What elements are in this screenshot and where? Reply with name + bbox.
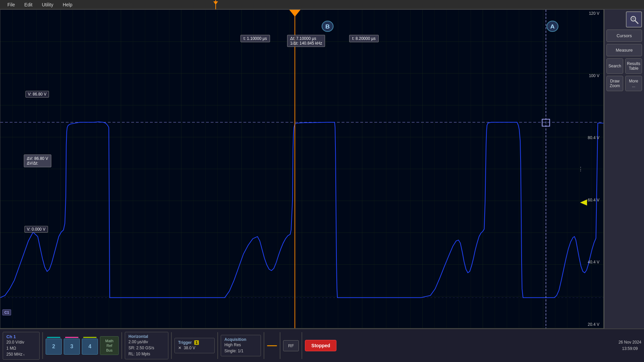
status-bar: Ch 1 20.0 V/div 1 MΩ 250 MHz ₜ 2 3 4 Mat… <box>0 328 644 362</box>
divider-3 <box>171 332 172 359</box>
trigger-title: Trigger 1 <box>178 340 211 345</box>
ch4-button[interactable]: 4 <box>82 339 98 355</box>
acquisition-info[interactable]: Acquisition High Res Single: 1/1 <box>221 335 261 356</box>
cursor-b-time-box: t: 1.10000 µs <box>240 35 270 42</box>
ch2-color-bar <box>47 337 60 338</box>
menu-edit[interactable]: Edit <box>20 1 37 8</box>
waveform-grid[interactable]: B A 120 V 100 V 80.4 V 60.4 V 40.4 V 20.… <box>0 9 604 328</box>
horizontal-info[interactable]: Horizontal 2.00 µs/div SR: 2.50 GS/s RL:… <box>125 332 168 359</box>
draw-more-row: Draw Zoom More ... <box>606 76 642 91</box>
magnifier-icon[interactable] <box>626 11 642 27</box>
horizontal-title: Horizontal <box>128 334 165 339</box>
orange-line-indicator <box>267 345 277 346</box>
divider-6 <box>280 332 280 359</box>
trigger-top-indicator <box>211 0 221 9</box>
measure-button[interactable]: Measure <box>606 44 642 56</box>
menu-utility[interactable]: Utility <box>37 1 58 8</box>
cursor-v-lower: V: 0.000 V <box>24 226 48 233</box>
divider-5 <box>264 332 264 359</box>
divider-2 <box>121 332 122 359</box>
channel-buttons: 2 3 4 MathRefBus <box>46 336 119 355</box>
waveform-svg: B A <box>0 10 603 328</box>
math-ref-bus-button[interactable]: MathRefBus <box>100 336 119 355</box>
cursor-a-time-box: t: 8.20000 µs <box>349 35 379 42</box>
trigger-details: ✕ 38.0 V <box>178 345 211 351</box>
cursor-v-upper: V: 86.80 V <box>25 91 49 98</box>
divider-1 <box>42 332 43 359</box>
stopped-button[interactable]: Stopped <box>305 340 336 351</box>
rf-button[interactable]: RF <box>283 340 299 351</box>
menu-file[interactable]: File <box>3 1 20 8</box>
menu-help[interactable]: Help <box>58 1 77 8</box>
ch4-container: 4 <box>82 337 98 355</box>
svg-text:B: B <box>325 23 330 30</box>
datetime-display: 26 Nov 2024 13:59:09 <box>619 339 641 352</box>
acquisition-details: High Res Single: 1/1 <box>224 342 257 354</box>
ch2-button[interactable]: 2 <box>46 339 62 355</box>
cursor-delta-v-box: ΔV: 86.80 V ΔV/Δt: <box>24 155 51 167</box>
divider-7 <box>302 332 302 359</box>
ch2-container: 2 <box>46 337 62 355</box>
scope-display: B A 120 V 100 V 80.4 V 60.4 V 40.4 V 20.… <box>0 9 604 328</box>
trigger-channel-badge: 1 <box>194 340 199 345</box>
cursors-button[interactable]: Cursors <box>606 29 642 42</box>
svg-marker-1 <box>213 1 218 5</box>
acquisition-title: Acquisition <box>224 337 257 342</box>
three-dots-menu[interactable]: ⋮ <box>578 166 583 172</box>
channel-1-info[interactable]: Ch 1 20.0 V/div 1 MΩ 250 MHz ₜ <box>3 332 40 360</box>
svg-text:A: A <box>550 23 555 30</box>
search-results-row: Search Results Table <box>606 58 642 74</box>
ch4-color-bar <box>83 337 97 338</box>
ch3-color-bar <box>65 337 78 338</box>
more-button[interactable]: More ... <box>625 76 642 91</box>
horizontal-details: 2.00 µs/div SR: 2.50 GS/s RL: 10 Mpts <box>128 339 165 357</box>
channel-1-details: 20.0 V/div 1 MΩ 250 MHz ₜ <box>6 339 36 357</box>
right-panel: Cursors Measure Search Results Table Dra… <box>604 9 644 328</box>
menu-bar: File Edit Utility Help <box>0 0 644 9</box>
ch3-button[interactable]: 3 <box>64 339 80 355</box>
channel-1-badge: C1 <box>2 309 11 315</box>
channel-1-title: Ch 1 <box>6 334 36 339</box>
ch3-container: 3 <box>64 337 80 355</box>
cursor-delta-box: Δt: 7.10000 µs 1/Δt: 140.845 kHz <box>287 35 325 47</box>
main-layout: B A 120 V 100 V 80.4 V 60.4 V 40.4 V 20.… <box>0 9 644 328</box>
trigger-info[interactable]: Trigger 1 ✕ 38.0 V <box>174 338 215 353</box>
svg-line-75 <box>635 20 638 23</box>
draw-zoom-button[interactable]: Draw Zoom <box>606 76 623 91</box>
results-table-button[interactable]: Results Table <box>625 58 642 74</box>
divider-4 <box>217 332 218 359</box>
search-button[interactable]: Search <box>606 58 623 74</box>
